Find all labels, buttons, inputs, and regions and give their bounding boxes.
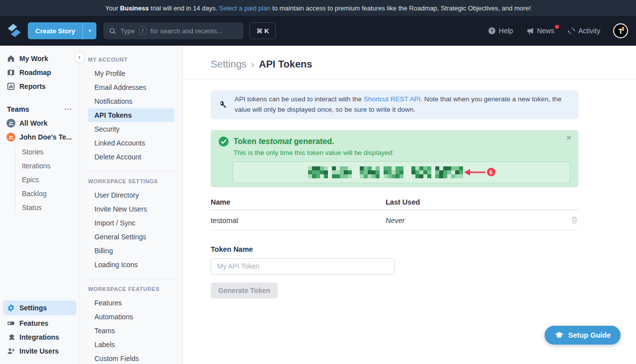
token-value-box: 5 (233, 161, 570, 183)
sidebar-item-label: Roadmap (19, 69, 51, 76)
token-value-redacted (308, 166, 463, 178)
divider (183, 79, 636, 79)
sidebar-item-iterations[interactable]: Iterations (22, 159, 80, 173)
teams-menu-button[interactable]: ··· (64, 105, 73, 113)
select-paid-plan-link[interactable]: Select a paid plan (219, 4, 270, 12)
activity-button[interactable]: Activity (567, 27, 600, 35)
settings-nav-item-invite-new-users[interactable]: Invite New Users (88, 202, 174, 216)
top-navbar: Create Story ▾ Type / for search and rec… (0, 16, 636, 46)
shortcut-rest-api-link[interactable]: Shortcut REST API (364, 95, 421, 103)
main-content: Settings›API Tokens API tokens can be us… (183, 46, 636, 364)
settings-nav-item-linked-accounts[interactable]: Linked Accounts (88, 136, 174, 150)
token-name: testomat (258, 137, 292, 146)
user-avatar[interactable]: T (613, 23, 628, 38)
settings-nav-item-email-addresses[interactable]: Email Addresses (88, 80, 174, 94)
help-label: Help (499, 27, 513, 35)
home-icon (7, 55, 15, 63)
token-row-name: testomat (211, 217, 386, 224)
graduation-cap-icon (555, 331, 564, 340)
sidebar-item-integrations[interactable]: Integrations (0, 330, 80, 344)
sidebar-item-team[interactable]: John Doe's Te... (0, 130, 80, 144)
settings-nav-item-features[interactable]: Features (88, 296, 174, 310)
search-icon (109, 27, 116, 35)
breadcrumb: Settings›API Tokens (183, 46, 636, 70)
sidebar-item-reports[interactable]: Reports (0, 79, 80, 93)
all-work-avatar (6, 119, 15, 128)
alert-title-text: Token (234, 137, 258, 146)
news-button[interactable]: News (526, 27, 555, 35)
delete-token-button[interactable] (570, 216, 578, 225)
close-icon[interactable]: × (566, 133, 571, 143)
api-tokens-table: Name Last Used testomat Never (211, 198, 578, 230)
divider (88, 279, 174, 279)
toggle-icon (7, 319, 15, 327)
people-icon (8, 121, 14, 126)
settings-nav-item-user-directory[interactable]: User Directory (88, 188, 174, 202)
activity-icon (567, 27, 575, 35)
search-input[interactable]: Type / for search and recents... (103, 22, 243, 39)
collapse-sidebar-button[interactable]: ‹ (74, 52, 85, 63)
trial-banner: Your Business trial will end in 14 days.… (0, 0, 636, 16)
activity-label: Activity (578, 27, 600, 35)
shortcut-logo-icon[interactable] (6, 22, 23, 39)
settings-nav-item-teams[interactable]: Teams (88, 324, 174, 338)
gear-icon (7, 304, 15, 312)
sidebar-item-label: Invite Users (19, 347, 59, 355)
settings-nav-item-loading-icons[interactable]: Loading Icons (88, 258, 174, 272)
person-plus-icon (7, 347, 15, 355)
avatar-initial: T (618, 27, 623, 35)
sidebar-item-label: My Work (19, 55, 48, 63)
sidebar-item-invite-users[interactable]: Invite Users (0, 344, 80, 358)
sidebar-item-roadmap[interactable]: Roadmap (0, 66, 80, 79)
setup-guide-button[interactable]: Setup Guide (545, 326, 621, 345)
chevron-left-icon: ‹ (79, 54, 80, 60)
check-circle-icon (219, 137, 229, 146)
token-name-input[interactable] (211, 258, 395, 275)
sidebar-item-all-work[interactable]: All Work (0, 116, 80, 130)
settings-nav-item-labels[interactable]: Labels (88, 338, 174, 352)
caret-down-icon: ▾ (89, 28, 91, 33)
settings-nav-item-api-tokens[interactable]: API Tokens (88, 108, 174, 122)
page-title: API Tokens (259, 59, 312, 70)
info-text: API tokens can be used to interact with … (235, 95, 364, 103)
sidebar-item-features[interactable]: Features (0, 316, 80, 330)
news-label: News (537, 27, 555, 35)
create-story-label[interactable]: Create Story (28, 22, 82, 39)
settings-nav-item-import-sync[interactable]: Import / Sync (88, 216, 174, 230)
sidebar-item-my-work[interactable]: My Work (0, 52, 80, 66)
sidebar-item-label: John Doe's Te... (19, 133, 72, 141)
sidebar-item-label: Integrations (19, 333, 59, 341)
sidebar-item-stories[interactable]: Stories (22, 145, 80, 159)
divider (88, 171, 174, 171)
trash-icon (570, 216, 578, 224)
create-story-button[interactable]: Create Story ▾ (28, 22, 96, 39)
generate-token-button[interactable]: Generate Token (211, 283, 278, 298)
settings-nav-item-notifications[interactable]: Notifications (88, 94, 174, 108)
settings-nav-item-security[interactable]: Security (88, 122, 174, 136)
table-header: Name Last Used (211, 198, 578, 210)
people-icon (8, 135, 14, 140)
megaphone-icon (526, 27, 534, 35)
settings-nav-item-my-profile[interactable]: My Profile (88, 67, 174, 80)
help-button[interactable]: ? Help (488, 27, 513, 35)
settings-nav-item-automations[interactable]: Automations (88, 310, 174, 324)
settings-nav-item-general-settings[interactable]: General Settings (88, 230, 174, 244)
settings-nav-item-delete-account[interactable]: Delete Account (88, 150, 174, 164)
create-story-dropdown[interactable]: ▾ (82, 22, 96, 39)
team-avatar (6, 133, 15, 142)
settings-nav-item-billing[interactable]: Billing (88, 244, 174, 258)
sidebar-item-settings[interactable]: Settings (3, 300, 77, 315)
sidebar-item-label: All Work (19, 119, 48, 127)
sidebar-item-backlog[interactable]: Backlog (22, 187, 80, 201)
team-sub-nav: Stories Iterations Epics Backlog Status (15, 145, 80, 215)
sidebar-item-epics[interactable]: Epics (22, 173, 80, 187)
api-tokens-info-box: API tokens can be used to interact with … (211, 90, 578, 119)
settings-nav-item-custom-fields[interactable]: Custom Fields (88, 352, 174, 364)
sidebar-item-status[interactable]: Status (22, 201, 80, 215)
alert-title-text: generated. (292, 137, 334, 146)
table-row: testomat Never (211, 210, 578, 230)
settings-nav-section-title: MY ACCOUNT (88, 57, 174, 63)
token-generated-alert: × Token testomat generated. This is the … (211, 130, 578, 187)
breadcrumb-settings[interactable]: Settings (211, 59, 246, 70)
search-placeholder-prefix: Type (120, 27, 135, 35)
